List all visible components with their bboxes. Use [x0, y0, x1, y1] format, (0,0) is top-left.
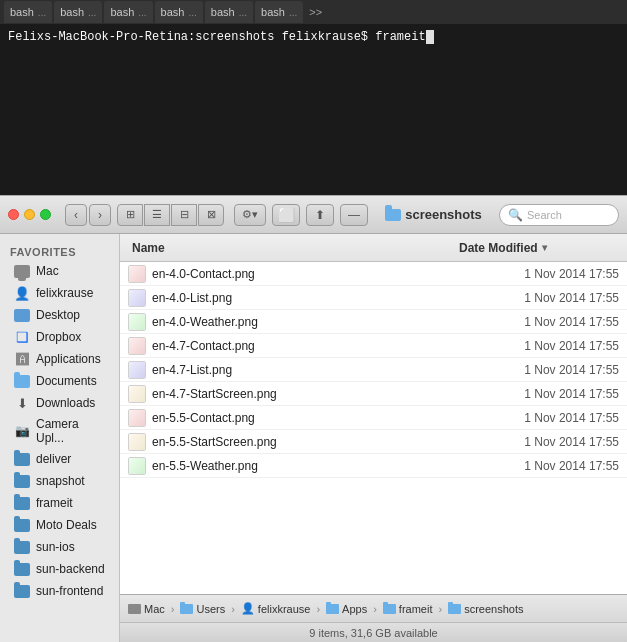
file-thumbnail — [128, 265, 146, 283]
path-separator: › — [231, 603, 235, 615]
table-row[interactable]: en-4.0-Contact.png 1 Nov 2014 17:55 — [120, 262, 627, 286]
path-item-label: screenshots — [464, 603, 523, 615]
tab-dots-6: ... — [289, 7, 297, 18]
path-separator: › — [316, 603, 320, 615]
frameit-folder-icon — [14, 495, 30, 511]
terminal-prompt-text: Felixs-MacBook-Pro-Retina:screenshots fe… — [8, 30, 426, 44]
table-row[interactable]: en-5.5-Weather.png 1 Nov 2014 17:55 — [120, 454, 627, 478]
file-thumbnail — [128, 289, 146, 307]
file-name: en-4.7-StartScreen.png — [152, 387, 459, 401]
sidebar-item-label: Mac — [36, 264, 59, 278]
sidebar-item-downloads[interactable]: ⬇ Downloads — [4, 392, 115, 414]
sidebar-item-label: Desktop — [36, 308, 80, 322]
column-view-button[interactable]: ⊟ — [171, 204, 197, 226]
sidebar-item-moto-deals[interactable]: Moto Deals — [4, 514, 115, 536]
terminal-content: Felixs-MacBook-Pro-Retina:screenshots fe… — [0, 24, 627, 195]
table-row[interactable]: en-4.7-Contact.png 1 Nov 2014 17:55 — [120, 334, 627, 358]
sidebar-item-sun-ios[interactable]: sun-ios — [4, 536, 115, 558]
table-row[interactable]: en-5.5-Contact.png 1 Nov 2014 17:55 — [120, 406, 627, 430]
desktop-icon — [14, 307, 30, 323]
tab-label-2: bash — [60, 6, 84, 18]
sidebar-section-favorites: Favorites — [0, 240, 119, 260]
tab-label-5: bash — [211, 6, 235, 18]
path-separator: › — [438, 603, 442, 615]
window-controls — [8, 209, 51, 220]
minimize-button[interactable] — [24, 209, 35, 220]
file-date: 1 Nov 2014 17:55 — [459, 387, 619, 401]
terminal-tabs-more[interactable]: >> — [305, 6, 326, 18]
sidebar-item-label: Applications — [36, 352, 101, 366]
table-row[interactable]: en-4.7-StartScreen.png 1 Nov 2014 17:55 — [120, 382, 627, 406]
sidebar-item-label: sun-frontend — [36, 584, 103, 598]
sidebar-item-applications[interactable]: 🅰 Applications — [4, 348, 115, 370]
tab-label-6: bash — [261, 6, 285, 18]
sidebar-item-documents[interactable]: Documents — [4, 370, 115, 392]
path-item-screenshots[interactable]: screenshots — [448, 603, 523, 615]
action-button[interactable]: ⚙▾ — [234, 204, 266, 226]
terminal-tab-4[interactable]: bash ... — [155, 1, 203, 23]
sidebar-item-dropbox[interactable]: ❑ Dropbox — [4, 326, 115, 348]
forward-button[interactable]: › — [89, 204, 111, 226]
name-header-label: Name — [132, 241, 165, 255]
sidebar-item-mac[interactable]: Mac — [4, 260, 115, 282]
file-list: en-4.0-Contact.png 1 Nov 2014 17:55 en-4… — [120, 262, 627, 594]
tab-label-4: bash — [161, 6, 185, 18]
title-folder-icon — [385, 209, 401, 221]
sidebar-item-snapshot[interactable]: snapshot — [4, 470, 115, 492]
search-placeholder: Search — [527, 209, 562, 221]
terminal-tab-5[interactable]: bash ... — [205, 1, 253, 23]
path-item-frameit[interactable]: frameit — [383, 603, 433, 615]
deliver-folder-icon — [14, 451, 30, 467]
file-date: 1 Nov 2014 17:55 — [459, 267, 619, 281]
sidebar-item-camera-upload[interactable]: 📷 Camera Upl... — [4, 414, 115, 448]
table-row[interactable]: en-4.0-Weather.png 1 Nov 2014 17:55 — [120, 310, 627, 334]
terminal-tab-6[interactable]: bash ... — [255, 1, 303, 23]
table-row[interactable]: en-4.0-List.png 1 Nov 2014 17:55 — [120, 286, 627, 310]
path-item-mac[interactable]: Mac — [128, 603, 165, 615]
close-button[interactable] — [8, 209, 19, 220]
mac-icon — [14, 263, 30, 279]
share-button[interactable]: ⬆ — [306, 204, 334, 226]
sidebar-item-sun-backend[interactable]: sun-backend — [4, 558, 115, 580]
applications-icon: 🅰 — [14, 351, 30, 367]
title-text: screenshots — [405, 207, 482, 222]
path-folder-icon — [326, 604, 339, 614]
sidebar-item-deliver[interactable]: deliver — [4, 448, 115, 470]
list-view-button[interactable]: ☰ — [144, 204, 170, 226]
icon-view-button[interactable]: ⊞ — [117, 204, 143, 226]
terminal-prompt: Felixs-MacBook-Pro-Retina:screenshots fe… — [8, 30, 619, 44]
maximize-button[interactable] — [40, 209, 51, 220]
sidebar-item-sun-frontend[interactable]: sun-frontend — [4, 580, 115, 602]
sidebar-item-label: Downloads — [36, 396, 95, 410]
table-row[interactable]: en-4.7-List.png 1 Nov 2014 17:55 — [120, 358, 627, 382]
terminal-tab-2[interactable]: bash ... — [54, 1, 102, 23]
sidebar-item-felixkrause[interactable]: 👤 felixkrause — [4, 282, 115, 304]
view-buttons: ⊞ ☰ ⊟ ⊠ — [117, 204, 224, 226]
delete-button[interactable]: — — [340, 204, 368, 226]
file-thumbnail — [128, 409, 146, 427]
terminal-tab-3[interactable]: bash ... — [104, 1, 152, 23]
column-name-header[interactable]: Name — [128, 241, 459, 255]
tab-dots-4: ... — [188, 7, 196, 18]
path-item-label: Users — [196, 603, 225, 615]
path-item-users[interactable]: Users — [180, 603, 225, 615]
back-button[interactable]: ‹ — [65, 204, 87, 226]
sidebar-item-desktop[interactable]: Desktop — [4, 304, 115, 326]
path-mac-icon — [128, 604, 141, 614]
terminal-tab-1[interactable]: bash ... — [4, 1, 52, 23]
terminal-window: bash ... bash ... bash ... bash ... bash… — [0, 0, 627, 195]
sidebar-item-frameit[interactable]: frameit — [4, 492, 115, 514]
table-row[interactable]: en-5.5-StartScreen.png 1 Nov 2014 17:55 — [120, 430, 627, 454]
path-item-apps[interactable]: Apps — [326, 603, 367, 615]
path-item-label: felixkrause — [258, 603, 311, 615]
documents-icon — [14, 373, 30, 389]
path-item-felixkrause[interactable]: 👤 felixkrause — [241, 602, 311, 615]
file-name: en-4.7-List.png — [152, 363, 459, 377]
search-box[interactable]: 🔍 Search — [499, 204, 619, 226]
dropbox-icon: ❑ — [14, 329, 30, 345]
cover-flow-button[interactable]: ⊠ — [198, 204, 224, 226]
column-date-header[interactable]: Date Modified ▾ — [459, 241, 619, 255]
path-folder-icon — [448, 604, 461, 614]
status-text: 9 items, 31,6 GB available — [309, 627, 437, 639]
new-folder-button[interactable]: ⬜ — [272, 204, 300, 226]
